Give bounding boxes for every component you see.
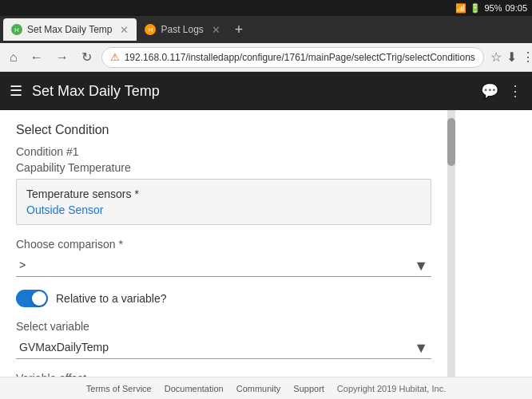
offset-group: Variable offset 0 xyxy=(16,372,431,377)
chat-icon[interactable]: 💬 xyxy=(481,82,498,100)
scrollbar[interactable] xyxy=(447,110,455,377)
app-header: ☰ Set Max Daily Temp 💬 ⋮ xyxy=(0,72,532,110)
battery-percent: 95% xyxy=(484,3,502,13)
tab-set-max-daily-temp[interactable]: H Set Max Daily Temp ✕ xyxy=(3,18,137,41)
forward-button[interactable]: → xyxy=(53,49,72,66)
variable-group: Select variable GVMaxDailyTemp ▼ xyxy=(16,320,431,359)
tab-past-logs[interactable]: H Past Logs ✕ xyxy=(137,18,228,41)
sensor-box[interactable]: Temperature sensors * Outside Sensor xyxy=(16,179,431,225)
time-display: 09:05 xyxy=(505,3,527,13)
main-content: Select Condition Condition #1 Capability… xyxy=(0,110,532,377)
tab-label-2: Past Logs xyxy=(161,24,203,35)
variable-dropdown-wrapper: GVMaxDailyTemp ▼ xyxy=(16,336,431,359)
refresh-button[interactable]: ↻ xyxy=(78,48,95,66)
condition-number: Condition #1 xyxy=(16,145,431,158)
home-button[interactable]: ⌂ xyxy=(6,49,21,66)
tab-close-2[interactable]: ✕ xyxy=(212,24,220,36)
variable-dropdown[interactable]: GVMaxDailyTemp xyxy=(16,336,431,359)
tab-label-1: Set Max Daily Temp xyxy=(27,24,112,35)
more-options-icon[interactable]: ⋮ xyxy=(508,82,522,100)
footer-documentation[interactable]: Documentation xyxy=(165,384,224,393)
comparison-dropdown-wrapper: > < >= <= = != ▼ xyxy=(16,254,431,277)
variable-label: Select variable xyxy=(16,320,431,333)
scrollbar-thumb[interactable] xyxy=(447,118,455,166)
hamburger-menu[interactable]: ☰ xyxy=(10,82,22,100)
new-tab-button[interactable]: + xyxy=(228,22,250,37)
address-bar: ⌂ ← → ↻ ⚠ 192.168.0.117/installedapp/con… xyxy=(0,43,532,72)
address-actions: ☆ ⬇ ⋮ xyxy=(490,49,532,65)
footer-copyright: Copyright 2019 Hubitat, Inc. xyxy=(337,384,446,393)
comparison-dropdown[interactable]: > < >= <= = != xyxy=(16,254,431,277)
footer-community[interactable]: Community xyxy=(236,384,281,393)
url-display: 192.168.0.117/installedapp/configure/176… xyxy=(125,52,475,63)
security-warning-icon: ⚠ xyxy=(110,51,120,63)
status-icons: 📶 🔋 95% 09:05 xyxy=(455,3,527,14)
section-title: Select Condition xyxy=(16,123,431,137)
address-input[interactable]: ⚠ 192.168.0.117/installedapp/configure/1… xyxy=(101,47,484,68)
relative-variable-toggle[interactable] xyxy=(16,290,48,307)
tab-favicon-1: H xyxy=(11,24,22,35)
app-title: Set Max Daily Temp xyxy=(32,83,471,100)
comparison-group: Choose comparison * > < >= <= = != ▼ xyxy=(16,238,431,277)
content-area: Select Condition Condition #1 Capability… xyxy=(0,110,447,377)
tab-favicon-2: H xyxy=(145,24,156,35)
bookmark-icon[interactable]: ☆ xyxy=(490,49,502,65)
footer-terms[interactable]: Terms of Service xyxy=(86,384,152,393)
wifi-icon: 📶 xyxy=(455,3,466,14)
toggle-row: Relative to a variable? xyxy=(16,290,431,307)
footer-support[interactable]: Support xyxy=(293,384,324,393)
sensor-box-title: Temperature sensors * xyxy=(26,188,421,200)
download-icon[interactable]: ⬇ xyxy=(506,49,517,65)
toggle-knob xyxy=(32,291,46,306)
selected-sensor-link[interactable]: Outside Sensor xyxy=(26,203,104,216)
tab-bar: H Set Max Daily Temp ✕ H Past Logs ✕ + xyxy=(0,16,532,43)
tab-close-1[interactable]: ✕ xyxy=(120,24,129,36)
capability-label: Capability Temperature xyxy=(16,161,431,174)
footer: Terms of Service Documentation Community… xyxy=(0,377,532,399)
status-bar: 📶 🔋 95% 09:05 xyxy=(0,0,532,16)
relative-variable-label: Relative to a variable? xyxy=(56,292,167,305)
back-button[interactable]: ← xyxy=(27,49,46,66)
battery-icon: 🔋 xyxy=(470,3,481,14)
menu-icon[interactable]: ⋮ xyxy=(522,49,532,65)
offset-label: Variable offset xyxy=(16,372,431,377)
header-icons: 💬 ⋮ xyxy=(481,82,522,100)
comparison-label: Choose comparison * xyxy=(16,238,431,251)
